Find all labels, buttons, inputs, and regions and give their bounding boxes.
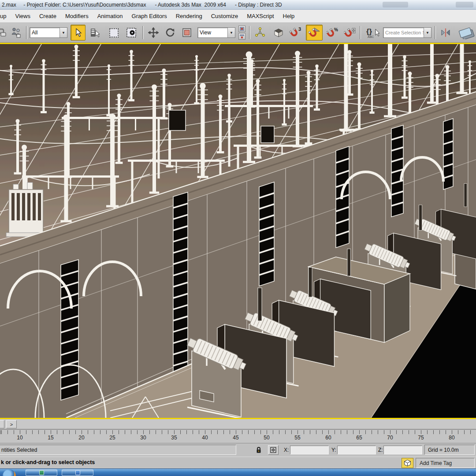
frame-number: 35 (171, 435, 177, 441)
select-and-scale-button[interactable] (179, 25, 194, 41)
windows-taskbar (0, 469, 476, 476)
snaps-toggle-button[interactable] (271, 25, 286, 41)
spinner-snap-toggle-button[interactable] (342, 25, 357, 41)
selection-lock-toggle[interactable] (254, 446, 264, 454)
selection-status-text: ntities Selected (1, 447, 37, 453)
wall-window-strip (61, 260, 78, 400)
move-icon (148, 27, 159, 38)
y-coordinate-input[interactable] (337, 446, 376, 454)
select-arrow-icon (73, 28, 83, 37)
svg-text:{}: {} (366, 27, 372, 36)
menu-item-modifiers[interactable]: Modifiers (61, 10, 93, 22)
toolbar-separator (26, 26, 27, 39)
reference-coordinate-system-dropdown[interactable]: View ▼ (197, 27, 235, 38)
green-app-icon (39, 470, 44, 475)
bind-to-space-warp-button[interactable] (9, 25, 24, 41)
menu-item-graph-editors[interactable]: Graph Editors (127, 10, 171, 22)
wall-window-strip (391, 125, 403, 217)
chevron-down-icon[interactable]: ▼ (424, 28, 431, 37)
mirror-button[interactable] (438, 25, 453, 41)
selection-filter-value: All (30, 30, 60, 36)
next-frame-button[interactable]: > (6, 420, 17, 428)
selection-filter-dropdown[interactable]: All ▼ (30, 27, 67, 38)
select-object-button[interactable] (71, 25, 86, 41)
absolute-mode-transform-button[interactable] (268, 445, 279, 455)
angle-snap-toggle-button[interactable] (306, 25, 323, 41)
main-toolbar: All ▼ (0, 23, 476, 43)
time-slider-row: > (0, 419, 476, 429)
coordinate-system-value: View (198, 30, 227, 36)
lock-icon (256, 446, 262, 454)
taskbar-app-button-2[interactable] (62, 469, 93, 476)
toolbar-separator (360, 26, 361, 39)
viewport-scene[interactable] (0, 44, 476, 418)
window-crossing-toggle-button[interactable] (124, 25, 139, 41)
chevron-down-icon[interactable]: ▼ (60, 28, 67, 37)
unlink-selection-button[interactable] (0, 25, 7, 41)
layers-icon (458, 26, 476, 39)
named-selection-set-dropdown[interactable]: Create Selection Set ▼ (383, 27, 431, 38)
menu-item-up[interactable]: up (0, 10, 11, 22)
frame-number: 45 (233, 435, 238, 441)
select-and-manipulate-button[interactable] (253, 25, 268, 41)
frame-number: 55 (294, 435, 300, 441)
menu-item-maxscript[interactable]: MAXScript (242, 10, 278, 22)
manipulate-icon (255, 27, 265, 38)
angle-snap-icon (308, 27, 320, 38)
menu-item-rendering[interactable]: Rendering (171, 10, 207, 22)
selection-set-placeholder: Create Selection Set (383, 30, 424, 35)
menu-item-animation[interactable]: Animation (93, 10, 127, 22)
grid-size-text: Grid = 10.0m (428, 447, 459, 453)
menu-item-views[interactable]: Views (11, 10, 34, 22)
window-title: 2.max - Project Folder: C:\Users\Yusuf\D… (2, 2, 282, 8)
select-by-name-icon (90, 28, 100, 37)
select-and-move-button[interactable] (146, 25, 161, 41)
unlink-icon (0, 28, 7, 37)
menu-item-customize[interactable]: Customize (207, 10, 242, 22)
previous-frame-button[interactable] (0, 420, 4, 428)
add-time-tag-field[interactable]: Add Time Tag (416, 458, 475, 468)
ruler-top-line (0, 429, 476, 430)
firefox-icon[interactable] (3, 469, 16, 476)
toolbar-separator (142, 26, 144, 39)
toolbar-separator (249, 26, 250, 39)
3dsmax-application-window: 2.max - Project Folder: C:\Users\Yusuf\D… (0, 0, 476, 476)
snap-3d-button[interactable]: 3 (288, 25, 303, 41)
add-time-tag-text: Add Time Tag (420, 460, 452, 466)
y-axis-label: Y: (331, 447, 336, 453)
ruler-ticks (0, 430, 476, 434)
x-axis-label: X: (284, 447, 289, 453)
frame-number: 40 (202, 435, 208, 441)
transformer-small (6, 182, 46, 237)
rotate-icon (165, 27, 175, 38)
rectangular-selection-region-button[interactable] (106, 25, 121, 41)
window-close-control[interactable] (456, 2, 473, 7)
window-controls[interactable] (383, 2, 408, 7)
isolate-cube-button[interactable] (402, 458, 413, 468)
snap-cube-icon (273, 27, 284, 38)
scale-icon (182, 28, 192, 37)
selection-status-field: ntities Selected (0, 445, 236, 455)
frame-number: 75 (418, 435, 424, 441)
select-by-name-button[interactable] (88, 25, 103, 41)
layer-manager-button[interactable] (457, 25, 476, 41)
viewport-perspective[interactable] (0, 43, 476, 419)
percent-snap-toggle-button[interactable]: % (325, 25, 340, 41)
window-titlebar[interactable]: 2.max - Project Folder: C:\Users\Yusuf\D… (0, 0, 476, 10)
edit-named-selection-sets-button[interactable]: {} ABC (364, 25, 382, 41)
menu-item-help[interactable]: Help (279, 10, 299, 22)
x-coordinate-input[interactable] (290, 446, 329, 454)
frame-number: 15 (48, 435, 53, 441)
chevron-down-icon[interactable]: ▼ (227, 28, 235, 37)
window-crossing-icon (126, 27, 137, 38)
percent-snap-icon: % (326, 27, 338, 38)
menu-item-create[interactable]: Create (35, 10, 61, 22)
svg-text:3: 3 (298, 27, 301, 32)
wall-window-strip (259, 182, 274, 286)
select-and-rotate-button[interactable] (163, 25, 178, 41)
use-center-flyout[interactable] (238, 26, 245, 40)
prompt-message: k or click-and-drag to select objects (1, 459, 95, 465)
track-bar[interactable]: 101520253035404550556065707580 (0, 429, 476, 443)
taskbar-app-button-1[interactable] (26, 469, 57, 476)
z-coordinate-input[interactable] (383, 446, 422, 454)
